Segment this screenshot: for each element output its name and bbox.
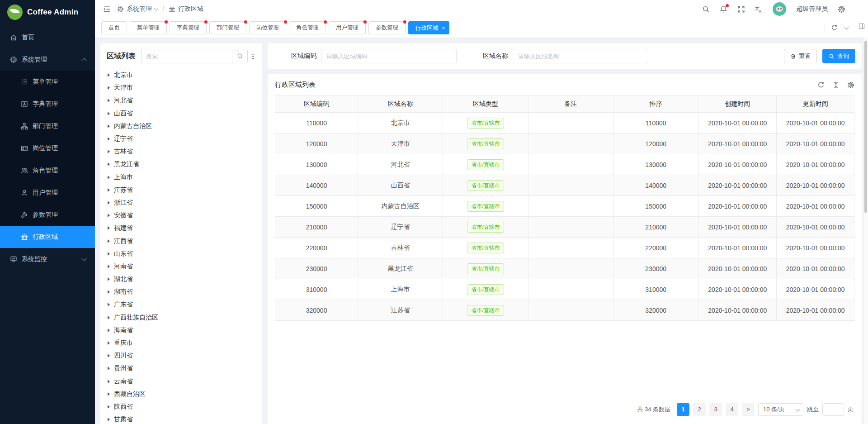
caret-right-icon[interactable] xyxy=(108,188,110,192)
sidebar-item-home[interactable]: 首页 xyxy=(0,26,95,48)
tree-node-黑龙江省[interactable]: 黑龙江省 xyxy=(108,158,262,171)
search-icon[interactable] xyxy=(702,5,710,13)
translate-icon[interactable]: 文A xyxy=(755,5,763,13)
page-button-1[interactable]: 1 xyxy=(677,403,689,416)
tab-角色管理[interactable]: 角色管理 xyxy=(289,21,326,34)
table-row[interactable]: 220000吉林省省市/直辖市2200002020-10-01 00:00:00… xyxy=(275,238,854,258)
caret-right-icon[interactable] xyxy=(108,226,110,230)
window-scrollbar[interactable] xyxy=(863,38,868,424)
caret-right-icon[interactable] xyxy=(108,252,110,256)
caret-right-icon[interactable] xyxy=(108,150,110,153)
more-options-icon[interactable] xyxy=(248,53,258,60)
caret-right-icon[interactable] xyxy=(108,137,110,141)
app-logo[interactable]: Coffee Admin xyxy=(0,0,95,24)
table-row[interactable]: 110000北京市省市/直辖市1100002020-10-01 00:00:00… xyxy=(275,113,854,133)
sidebar-item-dict[interactable]: 字典管理 xyxy=(0,93,95,115)
tree-node-云南省[interactable]: 云南省 xyxy=(108,375,262,388)
tree-node-辽宁省[interactable]: 辽宁省 xyxy=(108,133,262,145)
caret-right-icon[interactable] xyxy=(108,86,110,90)
tab-字典管理[interactable]: 字典管理 xyxy=(170,21,207,34)
tab-部门管理[interactable]: 部门管理 xyxy=(209,21,246,34)
caret-right-icon[interactable] xyxy=(108,392,110,396)
tree-node-湖南省[interactable]: 湖南省 xyxy=(108,286,262,298)
table-row[interactable]: 310000上海市省市/直辖市3100002020-10-01 00:00:00… xyxy=(275,279,854,300)
sidebar-item-user[interactable]: 用户管理 xyxy=(0,181,95,204)
sidebar-item-region[interactable]: 行政区域 xyxy=(0,226,95,248)
tree-node-海南省[interactable]: 海南省 xyxy=(108,324,262,337)
tree-node-福建省[interactable]: 福建省 xyxy=(108,222,262,234)
fullscreen-icon[interactable] xyxy=(737,5,745,13)
tree-node-河北省[interactable]: 河北省 xyxy=(108,94,262,107)
user-name[interactable]: 超级管理员 xyxy=(796,5,828,13)
settings-gear-icon[interactable] xyxy=(838,5,845,13)
caret-right-icon[interactable] xyxy=(108,112,110,115)
table-row[interactable]: 320000江苏省省市/直辖市3200002020-10-01 00:00:00… xyxy=(275,300,854,321)
table-row[interactable]: 210000辽宁省省市/直辖市2100002020-10-01 00:00:00… xyxy=(275,217,854,238)
caret-right-icon[interactable] xyxy=(108,239,110,243)
table-row[interactable]: 130000河北省省市/直辖市1300002020-10-01 00:00:00… xyxy=(275,154,854,175)
tree-node-西藏自治区[interactable]: 西藏自治区 xyxy=(108,388,262,400)
table-refresh-icon[interactable] xyxy=(817,81,825,89)
tab-close-icon[interactable]: × xyxy=(442,24,445,31)
tree-node-重庆市[interactable]: 重庆市 xyxy=(108,337,262,349)
caret-right-icon[interactable] xyxy=(108,265,110,268)
tree-node-湖北省[interactable]: 湖北省 xyxy=(108,273,262,286)
tab-参数管理[interactable]: 参数管理 xyxy=(368,21,406,34)
sidebar-item-role[interactable]: 角色管理 xyxy=(0,159,95,181)
tree-node-上海市[interactable]: 上海市 xyxy=(108,171,262,184)
tree-node-天津市[interactable]: 天津市 xyxy=(108,81,262,94)
tab-首页[interactable]: 首页 xyxy=(101,21,127,34)
column-settings-gear-icon[interactable] xyxy=(847,81,854,89)
tree-node-安徽省[interactable]: 安徽省 xyxy=(108,209,262,222)
tree-node-内蒙古自治区[interactable]: 内蒙古自治区 xyxy=(108,120,262,133)
caret-right-icon[interactable] xyxy=(108,367,110,370)
tree-node-江苏省[interactable]: 江苏省 xyxy=(108,184,262,196)
sidebar-item-menu[interactable]: 菜单管理 xyxy=(0,71,95,93)
sidebar-item-monitor[interactable]: 系统监控 xyxy=(0,248,95,270)
tree-node-陕西省[interactable]: 陕西省 xyxy=(108,400,262,413)
region-code-input[interactable] xyxy=(321,49,457,63)
row-density-icon[interactable] xyxy=(832,81,840,89)
page-button-2[interactable]: 2 xyxy=(693,403,706,416)
tab-行政区域[interactable]: 行政区域× xyxy=(408,21,449,34)
caret-right-icon[interactable] xyxy=(108,277,110,281)
sidebar-item-dept[interactable]: 部门管理 xyxy=(0,115,95,137)
tree-node-广西壮族自治区[interactable]: 广西壮族自治区 xyxy=(108,311,262,324)
layout-panel-icon[interactable] xyxy=(858,23,865,30)
tree-node-四川省[interactable]: 四川省 xyxy=(108,349,262,362)
tree-node-浙江省[interactable]: 浙江省 xyxy=(108,196,262,209)
table-row[interactable]: 230000黑龙江省省市/直辖市2300002020-10-01 00:00:0… xyxy=(275,258,854,279)
menu-fold-icon[interactable] xyxy=(103,5,111,13)
next-page-button[interactable]: > xyxy=(742,403,755,416)
tree-search-input[interactable] xyxy=(142,49,232,63)
caret-right-icon[interactable] xyxy=(108,341,110,345)
caret-right-icon[interactable] xyxy=(108,290,110,294)
reset-button[interactable]: 重置 xyxy=(784,49,817,63)
caret-right-icon[interactable] xyxy=(108,316,110,319)
caret-right-icon[interactable] xyxy=(108,214,110,217)
tab-岗位管理[interactable]: 岗位管理 xyxy=(249,21,286,34)
page-button-4[interactable]: 4 xyxy=(726,403,738,416)
caret-right-icon[interactable] xyxy=(108,124,110,128)
tree-node-江西省[interactable]: 江西省 xyxy=(108,234,262,247)
tree-node-北京市[interactable]: 北京市 xyxy=(108,69,262,81)
refresh-icon[interactable] xyxy=(831,24,838,31)
sidebar-item-system[interactable]: 系统管理 xyxy=(0,48,95,71)
region-name-input[interactable] xyxy=(513,49,648,63)
tree-node-河南省[interactable]: 河南省 xyxy=(108,260,262,273)
tree-node-广东省[interactable]: 广东省 xyxy=(108,298,262,311)
breadcrumb-parent[interactable]: 系统管理 xyxy=(127,5,152,13)
tab-菜单管理[interactable]: 菜单管理 xyxy=(130,21,167,34)
caret-right-icon[interactable] xyxy=(108,176,110,179)
caret-right-icon[interactable] xyxy=(108,354,110,357)
caret-right-icon[interactable] xyxy=(108,73,110,77)
page-button-3[interactable]: 3 xyxy=(709,403,722,416)
table-row[interactable]: 120000天津市省市/直辖市1200002020-10-01 00:00:00… xyxy=(275,133,854,154)
caret-right-icon[interactable] xyxy=(108,418,110,421)
caret-right-icon[interactable] xyxy=(108,405,110,409)
caret-right-icon[interactable] xyxy=(108,329,110,332)
tab-actions-chevron-icon[interactable] xyxy=(844,25,849,30)
tree-node-山东省[interactable]: 山东省 xyxy=(108,248,262,260)
sidebar-item-post[interactable]: 岗位管理 xyxy=(0,137,95,159)
table-row[interactable]: 140000山西省省市/直辖市1400002020-10-01 00:00:00… xyxy=(275,175,854,196)
